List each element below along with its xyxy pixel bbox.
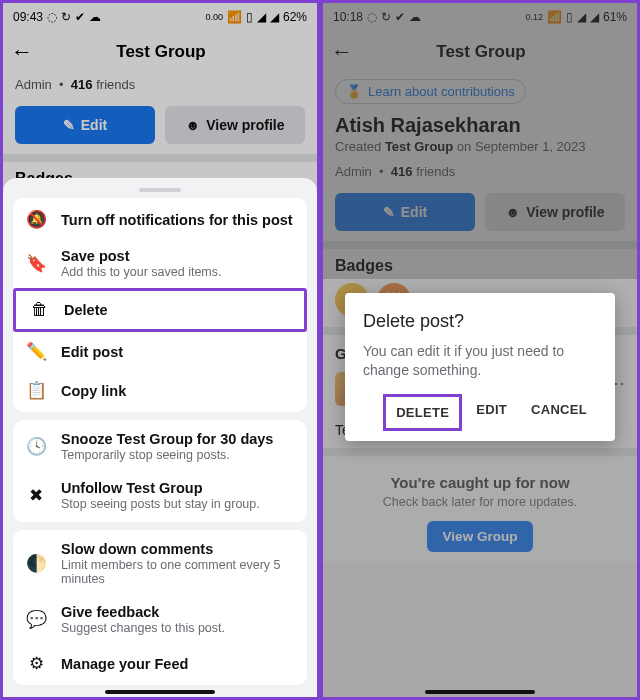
sheet-card-3: 🌓Slow down commentsLimit members to one … (13, 530, 307, 685)
bookmark-icon: 🔖 (25, 253, 47, 274)
volte-icon: ▯ (246, 10, 253, 24)
sheet-row[interactable]: 🔖Save postAdd this to your saved items. (13, 239, 307, 288)
unfollow-icon: ✖ (25, 485, 47, 506)
check-icon: ✔ (75, 10, 85, 24)
row-title: Edit post (61, 344, 295, 360)
row-title: Snooze Test Group for 30 days (61, 431, 295, 447)
signal-icon: ◢ (257, 10, 266, 24)
sheet-row[interactable]: ✏️Edit post (13, 332, 307, 371)
row-title: Manage your Feed (61, 656, 295, 672)
row-title: Delete (64, 302, 292, 318)
clock-icon: 🕓 (25, 436, 47, 457)
sheet-row[interactable]: ⚙Manage your Feed (13, 644, 307, 683)
battery-text: 62% (283, 10, 307, 24)
dialog-title: Delete post? (363, 311, 597, 332)
row-title: Slow down comments (61, 541, 295, 557)
nav-indicator (425, 690, 535, 694)
row-title: Unfollow Test Group (61, 480, 295, 496)
sheet-card-1: 🔕Turn off notifications for this post🔖Sa… (13, 198, 307, 412)
dialog-cancel-button[interactable]: CANCEL (521, 394, 597, 431)
row-icon: 🔕 (25, 209, 47, 230)
pencil-icon: ✏️ (25, 341, 47, 362)
sheet-handle[interactable] (139, 188, 181, 192)
sheet-row[interactable]: 📋Copy link (13, 371, 307, 410)
row-subtitle: Limit members to one comment every 5 min… (61, 558, 295, 586)
edit-button[interactable]: ✎Edit (15, 106, 155, 144)
sheet-row[interactable]: 🕓Snooze Test Group for 30 daysTemporaril… (13, 422, 307, 471)
row-title: Turn off notifications for this post (61, 212, 295, 228)
view-profile-button[interactable]: ☻View profile (165, 106, 305, 144)
sheet-row[interactable]: 🔕Turn off notifications for this post (13, 200, 307, 239)
pencil-icon: ✎ (63, 117, 75, 133)
signal2-icon: ◢ (270, 10, 279, 24)
button-row: ✎Edit ☻View profile (3, 96, 317, 154)
row-subtitle: Suggest changes to this post. (61, 621, 295, 635)
sheet-row[interactable]: 🌓Slow down commentsLimit members to one … (13, 532, 307, 595)
clipboard-icon: 📋 (25, 380, 47, 401)
top-bar: ← Test Group (3, 31, 317, 73)
back-icon[interactable]: ← (11, 39, 33, 65)
slow-icon: 🌓 (25, 553, 47, 574)
whatsapp-icon: ◌ (47, 10, 57, 24)
row-subtitle: Add this to your saved items. (61, 265, 295, 279)
sync-icon: ↻ (61, 10, 71, 24)
row-subtitle: Temporarily stop seeing posts. (61, 448, 295, 462)
sheet-row[interactable]: ✖Unfollow Test GroupStop seeing posts bu… (13, 471, 307, 520)
sheet-row[interactable]: 🗑Delete (13, 288, 307, 332)
row-title: Save post (61, 248, 295, 264)
bottom-sheet: 🔕Turn off notifications for this post🔖Sa… (3, 178, 317, 697)
nav-indicator (105, 690, 215, 694)
sheet-row[interactable]: 💬Give feedbackSuggest changes to this po… (13, 595, 307, 644)
wifi-icon: 📶 (227, 10, 242, 24)
row-title: Give feedback (61, 604, 295, 620)
row-subtitle: Stop seeing posts but stay in group. (61, 497, 295, 511)
trash-icon: 🗑 (28, 300, 50, 320)
profile-icon: ☻ (185, 117, 200, 133)
feedback-icon: 💬 (25, 609, 47, 630)
delete-dialog: Delete post? You can edit it if you just… (345, 293, 615, 441)
status-bar: 09:43 ◌ ↻ ✔ ☁ 0.00 📶 ▯ ◢ ◢ 62% (3, 3, 317, 31)
gear-icon: ⚙ (25, 653, 47, 674)
dialog-delete-button[interactable]: DELETE (383, 394, 462, 431)
page-title: Test Group (41, 42, 281, 62)
dialog-body: You can edit it if you just need to chan… (363, 342, 597, 380)
status-time: 09:43 (13, 10, 43, 24)
dialog-edit-button[interactable]: EDIT (466, 394, 517, 431)
row-title: Copy link (61, 383, 295, 399)
sheet-card-2: 🕓Snooze Test Group for 30 daysTemporaril… (13, 420, 307, 522)
net-speed: 0.00 (205, 13, 223, 22)
reddit-icon: ☁ (89, 10, 101, 24)
admin-meta: Admin • 416 friends (3, 73, 317, 96)
